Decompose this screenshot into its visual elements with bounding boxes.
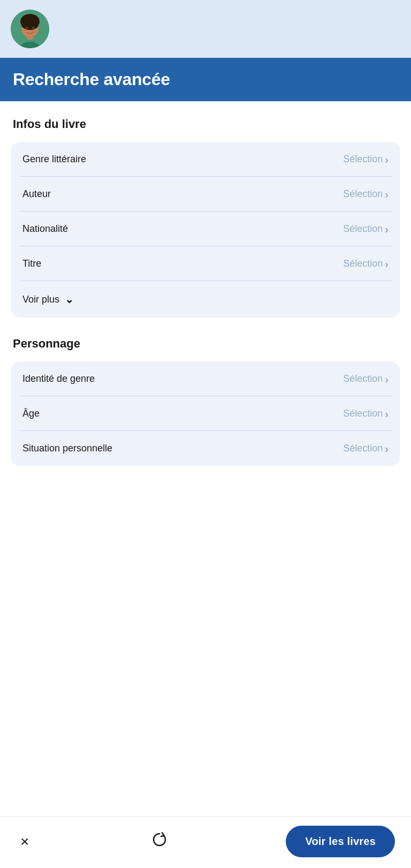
right-situation-personnelle: Sélection › [343, 443, 389, 454]
label-age: Âge [22, 408, 40, 419]
row-age[interactable]: Âge Sélection › [11, 396, 400, 431]
right-titre: Sélection › [343, 258, 389, 269]
label-auteur: Auteur [22, 188, 51, 200]
avatar [11, 10, 49, 48]
title-bar: Recherche avancée [0, 58, 411, 101]
selection-genre-litteraire: Sélection [343, 154, 383, 165]
chevron-down-icon: ⌄ [65, 293, 74, 306]
right-age: Sélection › [343, 408, 389, 419]
main-content: Infos du livre Genre littéraire Sélectio… [0, 101, 411, 549]
voir-livres-button[interactable]: Voir les livres [286, 826, 395, 857]
svg-point-5 [21, 19, 39, 30]
row-identite-genre[interactable]: Identité de genre Sélection › [11, 361, 400, 396]
right-identite-genre: Sélection › [343, 373, 389, 384]
close-button[interactable]: × [16, 830, 33, 854]
label-genre-litteraire: Genre littéraire [22, 154, 86, 165]
selection-identite-genre: Sélection [343, 373, 383, 384]
right-nationalite: Sélection › [343, 223, 389, 235]
chevron-right-icon: › [385, 224, 389, 235]
row-genre-litteraire[interactable]: Genre littéraire Sélection › [11, 142, 400, 177]
chevron-right-icon: › [385, 374, 389, 384]
chevron-right-icon: › [385, 443, 389, 454]
selection-auteur: Sélection [343, 188, 383, 200]
chevron-right-icon: › [385, 259, 389, 269]
section-personnage-titre: Personnage [11, 337, 400, 351]
page-title: Recherche avancée [13, 70, 398, 89]
label-situation-personnelle: Situation personnelle [22, 443, 112, 454]
reset-icon [150, 831, 169, 852]
label-identite-genre: Identité de genre [22, 373, 95, 384]
right-auteur: Sélection › [343, 188, 389, 200]
avatar-image [11, 10, 49, 48]
selection-nationalite: Sélection [343, 223, 383, 235]
voir-plus-label: Voir plus [22, 294, 59, 305]
voir-plus-row[interactable]: Voir plus ⌄ [11, 281, 400, 318]
card-personnage: Identité de genre Sélection › Âge Sélect… [11, 361, 400, 466]
right-genre-litteraire: Sélection › [343, 154, 389, 165]
header-top [0, 0, 411, 58]
card-infos-livre: Genre littéraire Sélection › Auteur Séle… [11, 142, 400, 318]
selection-situation-personnelle: Sélection [343, 443, 383, 454]
section-infos-livre: Infos du livre Genre littéraire Sélectio… [11, 117, 400, 318]
selection-age: Sélection [343, 408, 383, 419]
label-titre: Titre [22, 258, 41, 269]
svg-point-6 [25, 27, 28, 29]
bottom-bar: × Voir les livres [0, 817, 411, 868]
svg-point-7 [32, 27, 35, 29]
row-auteur[interactable]: Auteur Sélection › [11, 177, 400, 212]
label-nationalite: Nationalité [22, 223, 68, 235]
selection-titre: Sélection [343, 258, 383, 269]
row-titre[interactable]: Titre Sélection › [11, 246, 400, 281]
close-icon: × [20, 834, 29, 849]
section-personnage: Personnage Identité de genre Sélection ›… [11, 337, 400, 466]
chevron-right-icon: › [385, 154, 389, 165]
row-nationalite[interactable]: Nationalité Sélection › [11, 212, 400, 246]
chevron-right-icon: › [385, 409, 389, 419]
reset-button[interactable] [146, 826, 173, 857]
chevron-right-icon: › [385, 189, 389, 200]
row-situation-personnelle[interactable]: Situation personnelle Sélection › [11, 431, 400, 466]
section-infos-titre: Infos du livre [11, 117, 400, 131]
